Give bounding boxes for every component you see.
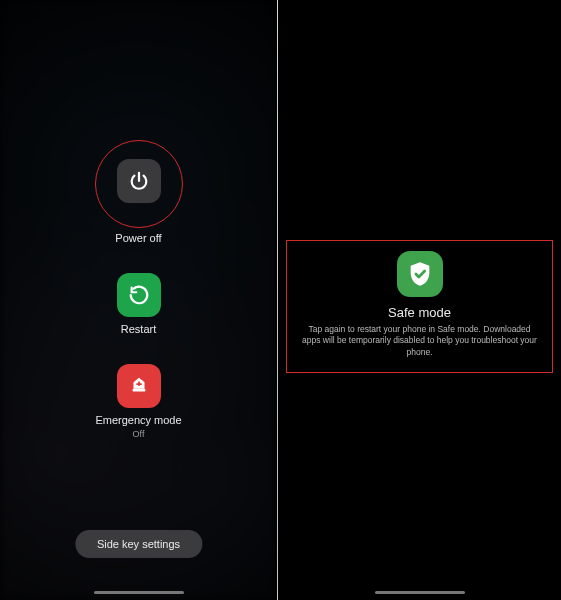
restart-label: Restart [121, 323, 156, 336]
safemode-title: Safe mode [295, 305, 544, 320]
emergency-mode-button[interactable]: Emergency mode Off [95, 364, 181, 438]
emergency-icon [117, 364, 161, 408]
power-off-button[interactable]: Power off [95, 140, 183, 245]
power-menu-screen: Power off Restart Emergenc [0, 0, 278, 600]
safemode-description: Tap again to restart your phone in Safe … [295, 324, 544, 358]
highlight-circle [95, 140, 183, 228]
restart-button[interactable]: Restart [117, 273, 161, 336]
emergency-label: Emergency mode [95, 414, 181, 427]
svg-rect-2 [136, 384, 142, 386]
power-off-label: Power off [115, 232, 161, 245]
shield-check-icon [397, 251, 443, 297]
safemode-prompt-screen: Safe mode Tap again to restart your phon… [278, 0, 561, 600]
svg-rect-0 [132, 389, 145, 392]
power-icon [117, 159, 161, 203]
safemode-card[interactable]: Safe mode Tap again to restart your phon… [286, 240, 553, 373]
restart-icon [117, 273, 161, 317]
emergency-sublabel: Off [133, 429, 145, 439]
